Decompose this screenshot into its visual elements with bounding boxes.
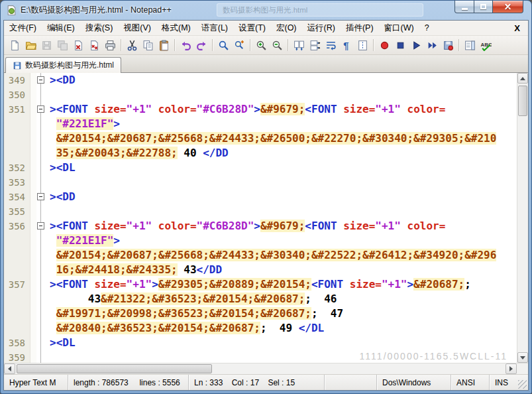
macro-stop-button[interactable] <box>392 37 408 53</box>
menu-item-settings[interactable]: 设置(T) <box>233 21 271 36</box>
bookmark-margin[interactable] <box>30 306 36 321</box>
code-line[interactable]: ><DL <box>46 161 517 175</box>
bookmark-margin[interactable] <box>30 175 36 190</box>
fold-collapse-icon[interactable] <box>37 222 44 230</box>
bookmark-margin[interactable] <box>30 263 36 277</box>
vertical-scrollbar[interactable] <box>517 73 528 363</box>
code-line[interactable]: ><DL <box>46 336 517 350</box>
bookmark-margin[interactable] <box>30 73 36 88</box>
resize-grip[interactable] <box>518 380 527 389</box>
sync-horizontal-button[interactable] <box>307 37 323 53</box>
close-button[interactable] <box>492 1 523 13</box>
menu-item-format[interactable]: 格式(M) <box>156 21 196 36</box>
macro-play-button[interactable] <box>408 37 424 53</box>
bookmark-margin[interactable] <box>30 146 36 161</box>
code-line[interactable] <box>46 88 517 102</box>
bookmark-margin[interactable] <box>30 219 36 233</box>
menu-item-run[interactable]: 运行(R) <box>302 21 341 36</box>
code-line[interactable]: &#19971;&#20998;&#36523;&#20154;&#20687;… <box>46 306 517 321</box>
bookmark-margin[interactable] <box>30 321 36 336</box>
code-editor[interactable]: 349><DD350351><FONT size="+1" color="#C6… <box>4 73 517 363</box>
horizontal-scrollbar[interactable] <box>4 363 528 374</box>
code-line[interactable]: ><FONT size="+1" color="#C6B28D">&#9679;… <box>46 219 517 233</box>
fold-collapse-icon[interactable] <box>37 105 44 113</box>
menu-item-file[interactable]: 文件(F) <box>4 21 42 36</box>
bookmark-margin[interactable] <box>30 233 36 248</box>
bookmark-margin[interactable] <box>30 161 36 175</box>
code-line[interactable]: &#20840;&#36523;&#20154;&#20687;; 49 </D… <box>46 321 517 336</box>
vertical-scroll-track[interactable] <box>517 84 528 352</box>
new-file-button[interactable] <box>7 37 23 53</box>
menu-item-edit[interactable]: 编辑(E) <box>42 21 80 36</box>
bookmark-margin[interactable] <box>30 350 36 363</box>
horizontal-scroll-thumb[interactable] <box>17 364 212 373</box>
menu-item-plugins[interactable]: 插件(P) <box>341 21 379 36</box>
fold-collapse-icon[interactable] <box>37 193 44 200</box>
horizontal-scroll-track[interactable] <box>15 363 505 374</box>
copy-button[interactable] <box>140 37 156 53</box>
open-folder-button[interactable] <box>23 37 38 53</box>
zoom-in-button[interactable] <box>253 37 269 53</box>
indent-guide-button[interactable] <box>354 37 370 53</box>
code-line[interactable]: ><FONT size="+1" color="#C6B28D">&#9679;… <box>46 102 517 117</box>
bookmark-margin[interactable] <box>30 204 36 219</box>
zoom-out-button[interactable] <box>269 37 285 53</box>
menu-item-search[interactable]: 搜索(S) <box>80 21 119 36</box>
code-line[interactable]: 35;&#20043;&#22788; 40 </DD <box>46 146 517 161</box>
menu-item-macro[interactable]: 宏(O) <box>271 21 302 36</box>
code-line[interactable]: 16;&#24418;&#24335; 43</DD <box>46 263 517 277</box>
code-line[interactable]: ><DD <box>46 73 517 88</box>
redo-button[interactable] <box>193 37 209 53</box>
close-all-button[interactable] <box>86 37 102 53</box>
bookmark-margin[interactable] <box>30 292 36 306</box>
scroll-up-button[interactable] <box>517 73 528 84</box>
menu-item-help[interactable]: ? <box>419 21 435 34</box>
undo-button[interactable] <box>178 37 193 53</box>
doc-map-button[interactable] <box>462 37 478 53</box>
bookmark-margin[interactable] <box>30 190 36 204</box>
show-all-characters-button[interactable]: ¶ <box>339 37 354 53</box>
bookmark-margin[interactable] <box>30 248 36 263</box>
bookmark-margin[interactable] <box>30 117 36 131</box>
code-line[interactable]: &#20154;&#20687;&#25668;&#24433;&#26500;… <box>46 131 517 146</box>
tab-document[interactable]: 数码摄影构图与用光.html <box>5 57 121 73</box>
word-wrap-button[interactable] <box>323 37 339 53</box>
scroll-right-button[interactable] <box>505 363 517 374</box>
paste-button[interactable] <box>156 37 172 53</box>
close-file-button[interactable] <box>70 37 86 53</box>
menu-item-window[interactable]: 窗口(W) <box>379 21 419 36</box>
minimize-button[interactable] <box>454 1 474 13</box>
fold-collapse-icon[interactable] <box>37 76 44 84</box>
menu-item-view[interactable]: 视图(V) <box>118 21 156 36</box>
print-button[interactable] <box>102 37 118 53</box>
cut-button[interactable] <box>124 37 140 53</box>
macro-save-button[interactable] <box>440 37 456 53</box>
code-line[interactable]: "#221E1F"> <box>46 233 517 248</box>
code-line[interactable]: &#20154;&#20687;&#25668;&#24433;&#30340;… <box>46 248 517 263</box>
bookmark-margin[interactable] <box>30 336 36 350</box>
code-line[interactable]: ><DD <box>46 190 517 204</box>
scroll-down-button[interactable] <box>517 352 528 363</box>
code-line[interactable] <box>46 350 517 363</box>
code-line[interactable]: "#221E1F"> <box>46 117 517 131</box>
spell-check-button[interactable]: ABC <box>478 37 494 53</box>
code-line[interactable]: 43&#21322;&#36523;&#20154;&#20687;; 46 <box>46 292 517 306</box>
maximize-button[interactable] <box>474 1 493 13</box>
replace-button[interactable] <box>231 37 247 53</box>
titlebar[interactable]: E:\数码摄影构图与用光.html - Notepad++ 数码摄影构图与用光.… <box>3 1 529 20</box>
scroll-left-button[interactable] <box>4 363 15 374</box>
code-line[interactable]: ><FONT size="+1">&#29305;&#20889;&#20154… <box>46 277 517 292</box>
macro-run-multiple-button[interactable] <box>424 37 440 53</box>
save-all-button[interactable] <box>54 37 70 53</box>
code-line[interactable] <box>46 204 517 219</box>
bookmark-margin[interactable] <box>30 102 36 117</box>
menu-item-language[interactable]: 语言(L) <box>196 21 233 36</box>
code-line[interactable] <box>46 175 517 190</box>
save-button[interactable] <box>38 37 54 53</box>
find-button[interactable] <box>215 37 231 53</box>
macro-record-button[interactable] <box>376 37 392 53</box>
bookmark-margin[interactable] <box>30 131 36 146</box>
vertical-scroll-thumb[interactable] <box>518 86 527 116</box>
bookmark-margin[interactable] <box>30 88 36 102</box>
sync-vertical-button[interactable] <box>291 37 307 53</box>
